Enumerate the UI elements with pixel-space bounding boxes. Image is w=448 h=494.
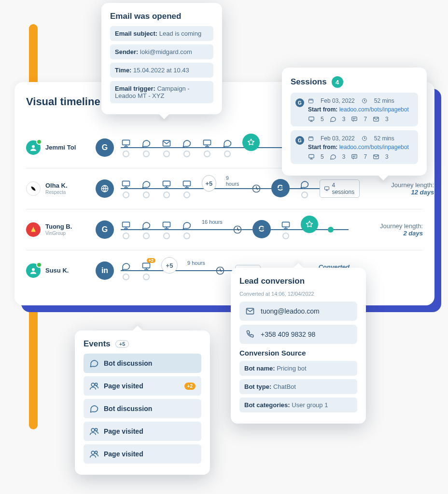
user-name: Susu K. <box>45 267 69 274</box>
source-google-icon: G <box>96 138 114 157</box>
lead-phone[interactable]: +358 409 9832 98 <box>239 325 357 344</box>
time-gap: 16 hours <box>202 219 223 225</box>
chat-icon[interactable] <box>222 138 233 149</box>
time-gap: 9 hours <box>226 175 241 187</box>
users-icon <box>89 426 99 436</box>
timeline-track: 16 hours G <box>121 219 349 240</box>
monitor-icon[interactable] <box>280 220 291 231</box>
event-item[interactable]: Bot discussion <box>84 399 201 418</box>
lead-conversion-popover: Lead conversion Converted at 14:06, 12/0… <box>231 268 366 424</box>
online-badge-icon <box>36 262 42 268</box>
clock-icon <box>362 98 367 104</box>
notification-badge: +2 <box>147 258 155 263</box>
users-icon <box>89 449 99 459</box>
online-badge-icon <box>36 139 42 145</box>
more-events-button[interactable]: +5 <box>161 257 178 274</box>
star-icon[interactable] <box>301 216 318 233</box>
chat-icon <box>330 116 336 123</box>
clock-icon <box>215 265 225 276</box>
journey-value: 2 days <box>355 230 423 237</box>
event-item[interactable]: Bot discussion <box>84 354 201 373</box>
monitor-icon[interactable] <box>121 138 131 149</box>
source-linkedin-icon: in <box>96 261 114 280</box>
chat-icon[interactable] <box>182 138 192 149</box>
mail-icon <box>373 116 379 123</box>
session-duration: 52 mins <box>374 97 394 104</box>
lead-email[interactable]: tuong@leadoo.com <box>239 302 357 321</box>
avatar <box>26 181 41 196</box>
comment-icon <box>351 153 358 160</box>
event-item[interactable]: Page visited <box>84 444 201 464</box>
more-events-button[interactable]: +5 <box>202 175 216 192</box>
star-icon[interactable] <box>242 134 260 151</box>
chat-icon[interactable] <box>141 220 152 231</box>
timeline-row[interactable]: Tuong B. VinGroup G 16 hours G Journey l… <box>26 209 423 250</box>
session-date: Feb 03, 2022 <box>321 97 355 104</box>
monitor-icon[interactable] <box>121 220 131 231</box>
session-start-link[interactable]: leadoo.com/bots/inpagebot <box>339 106 409 113</box>
count-badge: +2 <box>184 383 196 390</box>
session-duration: 52 mins <box>374 135 394 142</box>
journey-label: Journey length: <box>366 181 434 189</box>
source-google-icon: G <box>271 179 290 197</box>
monitor-icon <box>308 153 315 160</box>
monitor-icon <box>308 116 315 123</box>
monitor-icon[interactable] <box>161 220 172 231</box>
email-opened-popover: Email was opened Email subject: Lead is … <box>101 3 222 114</box>
event-item[interactable]: Page visited <box>84 422 201 441</box>
session-item[interactable]: G Feb 03, 2022 52 mins Start from: leado… <box>291 93 418 126</box>
avatar <box>26 140 41 155</box>
conversion-source-heading: Conversion Source <box>239 349 357 357</box>
source-google-icon: G <box>295 136 304 145</box>
user-company: Respecta <box>45 190 68 195</box>
mail-icon[interactable] <box>161 138 172 149</box>
chat-icon <box>89 358 99 368</box>
event-item[interactable]: Page visited +2 <box>84 376 201 396</box>
source-google-icon: G <box>96 220 114 239</box>
chat-icon[interactable] <box>299 179 310 190</box>
source-google-icon: G <box>295 98 304 107</box>
session-date: Feb 03, 2022 <box>321 135 355 142</box>
monitor-icon[interactable] <box>161 179 172 190</box>
conversion-timestamp: Converted at 14:06, 12/04/2022 <box>239 291 357 297</box>
chat-icon[interactable] <box>121 261 131 272</box>
mail-icon <box>373 153 379 160</box>
comment-icon <box>351 116 358 123</box>
popover-title: Lead conversion <box>239 276 357 286</box>
chat-icon <box>330 153 336 160</box>
avatar <box>26 263 41 278</box>
clock-icon <box>362 136 367 141</box>
journey-label: Journey length: <box>355 222 423 230</box>
popover-title: Sessions <box>291 77 327 87</box>
clock-icon <box>232 224 243 235</box>
session-item[interactable]: G Feb 03, 2022 52 mins Start from: leado… <box>291 130 418 164</box>
avatar <box>26 222 41 237</box>
more-events-pill[interactable]: +5 <box>115 340 129 348</box>
source-google-icon: G <box>252 220 271 238</box>
monitor-icon[interactable] <box>182 179 192 190</box>
chat-icon[interactable] <box>141 179 152 190</box>
monitor-icon[interactable] <box>121 179 131 190</box>
sessions-popover: Sessions 4 G Feb 03, 2022 52 mins Start … <box>282 68 427 176</box>
chat-icon[interactable] <box>182 220 192 231</box>
events-popover: Events +5 Bot discussion Page visited +2… <box>75 330 210 475</box>
chat-icon <box>89 404 99 413</box>
user-name: Tuong B. <box>45 223 72 231</box>
chat-icon[interactable] <box>141 138 152 149</box>
user-company: VinGroup <box>45 231 72 236</box>
user-name: Olha K. <box>45 182 68 190</box>
session-start-link[interactable]: leadoo.com/bots/inpagebot <box>339 144 409 151</box>
source-web-icon <box>96 179 114 198</box>
calendar-icon <box>308 98 314 104</box>
journey-value: 12 days <box>366 189 434 196</box>
time-gap: 9 hours <box>187 260 205 266</box>
calendar-icon <box>308 136 314 141</box>
phone-icon <box>245 329 255 339</box>
sessions-chip[interactable]: 4 sessions <box>320 179 360 198</box>
mail-icon <box>245 306 255 316</box>
popover-title: Email was opened <box>110 12 213 21</box>
monitor-icon[interactable] <box>202 138 212 149</box>
user-name: Jemmi Tol <box>45 144 76 151</box>
conversion-dot[interactable] <box>328 227 334 233</box>
popover-title: Events <box>84 339 111 349</box>
